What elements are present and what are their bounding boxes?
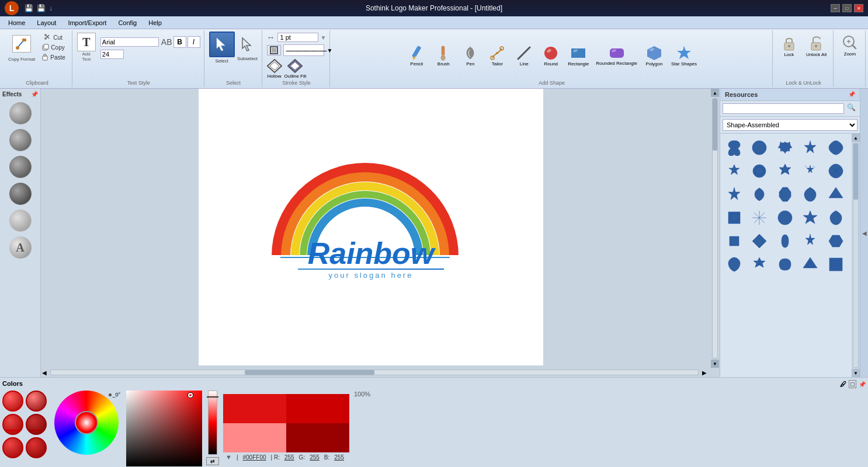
hollow-button[interactable]: Hollow [267, 58, 282, 79]
scroll-up-button[interactable]: ▲ [711, 89, 719, 97]
font-size-input[interactable] [100, 50, 124, 59]
canvas-area[interactable]: Rainbow your slogan here [41, 89, 708, 365]
res-scroll-track[interactable] [853, 143, 859, 368]
shape-item-7[interactable] [775, 161, 796, 182]
close-button[interactable]: ✕ [854, 4, 863, 12]
scrollbar-thumb-v[interactable] [713, 99, 717, 151]
b-value[interactable]: 255 [334, 454, 344, 461]
shape-item-15[interactable] [724, 207, 745, 228]
rectangle-button[interactable]: Rectangle [566, 43, 591, 68]
add-text-button[interactable]: T [77, 33, 96, 51]
res-scroll-up[interactable]: ▲ [852, 134, 860, 142]
shape-item-3[interactable] [800, 137, 821, 158]
shape-item-13[interactable] [800, 184, 821, 205]
scrollbar-track-h[interactable] [50, 370, 699, 375]
swatch-red-4[interactable] [286, 423, 349, 452]
tailor-button[interactable]: Tailor [485, 43, 509, 68]
swatch-red-1[interactable] [223, 394, 286, 423]
shape-item-25[interactable] [724, 254, 745, 275]
subselect-button[interactable] [237, 34, 258, 55]
scroll-right-button[interactable]: ▶ [701, 370, 708, 376]
copy-button[interactable]: Copy [39, 43, 68, 52]
preset-red-1[interactable] [2, 391, 23, 412]
res-scroll-thumb[interactable] [853, 144, 858, 200]
line-style-dropdown[interactable]: ————— ▼ [283, 44, 324, 56]
preset-red-6[interactable] [26, 437, 47, 458]
round-button[interactable]: Round [539, 43, 563, 68]
shape-item-19[interactable] [825, 207, 846, 228]
shape-item-24[interactable] [825, 231, 846, 252]
shape-item-23[interactable] [800, 231, 821, 252]
effect-1[interactable] [9, 102, 32, 124]
paste-button[interactable]: Paste [39, 53, 68, 62]
scroll-down-button[interactable]: ▼ [711, 360, 719, 368]
color-square[interactable] [126, 391, 202, 466]
menu-home[interactable]: Home [2, 18, 31, 27]
swatch-red-2[interactable] [286, 394, 349, 423]
shape-item-22[interactable] [775, 231, 796, 252]
brush-button[interactable]: Brush [432, 43, 455, 68]
cut-button[interactable]: Cut [39, 33, 68, 42]
maximize-button[interactable]: □ [842, 4, 852, 12]
menu-import-export[interactable]: Import/Export [62, 18, 112, 27]
effect-text-a[interactable]: A [9, 236, 32, 259]
resources-collapse-button[interactable]: ◀ [860, 89, 868, 377]
italic-button[interactable]: I [188, 36, 200, 48]
opacity-button[interactable]: ⇄ [206, 457, 219, 465]
copy-format-button[interactable] [12, 35, 31, 53]
shape-item-2[interactable] [775, 137, 796, 158]
preset-red-4[interactable] [26, 414, 47, 435]
preset-red-3[interactable] [2, 414, 23, 435]
shape-item-10[interactable] [724, 184, 745, 205]
shape-item-14[interactable] [825, 184, 846, 205]
effect-3[interactable] [9, 156, 32, 178]
shape-item-0[interactable] [724, 137, 745, 158]
unlock-all-button[interactable]: Unlock All [803, 32, 829, 60]
shape-item-29[interactable] [825, 254, 846, 275]
r-value[interactable]: 255 [284, 454, 294, 461]
save-icon[interactable]: 💾 [23, 3, 34, 13]
shape-category-dropdown[interactable]: Shape-Assembled Shape-Basic Shape-Nature… [723, 119, 857, 131]
shape-item-11[interactable] [749, 184, 770, 205]
shape-item-21[interactable] [749, 231, 770, 252]
shape-item-4[interactable] [825, 137, 846, 158]
outline-fill-button[interactable]: Outline Fill [284, 58, 307, 79]
color-wheel[interactable] [54, 391, 119, 455]
color-swatch-dropdown-button[interactable]: ▼ [225, 454, 232, 461]
scrollbar-thumb-h[interactable] [245, 370, 374, 375]
stroke-align-button[interactable] [267, 45, 281, 55]
preset-red-5[interactable] [2, 437, 23, 458]
zoom-button[interactable]: Zoom [838, 32, 862, 59]
shape-item-1[interactable] [749, 137, 770, 158]
hex-value[interactable]: #00FF00 [243, 454, 266, 461]
res-scroll-down[interactable]: ▼ [852, 369, 860, 377]
shape-item-17[interactable] [775, 207, 796, 228]
polygon-button[interactable]: Polygon [643, 43, 666, 68]
menu-config[interactable]: Config [112, 18, 143, 27]
shape-item-6[interactable] [749, 161, 770, 182]
color-picker-icon[interactable]: 🖊 [840, 381, 846, 388]
color-slider[interactable] [208, 391, 217, 455]
scroll-left-button[interactable]: ◀ [41, 370, 48, 376]
preset-red-2[interactable] [26, 391, 47, 412]
search-icon[interactable]: 🔍 [845, 103, 857, 114]
effect-4[interactable] [9, 183, 32, 205]
colors-pin-icon[interactable]: 📌 [859, 381, 866, 388]
color-expand-button[interactable]: □ [849, 380, 856, 388]
shape-item-27[interactable] [775, 254, 796, 275]
menu-help[interactable]: Help [143, 18, 168, 27]
pencil-button[interactable]: Pencil [405, 43, 428, 68]
scrollbar-track-v[interactable] [712, 98, 718, 358]
rounded-rectangle-button[interactable]: Rounded Rectangle [594, 43, 639, 68]
line-button[interactable]: Line [512, 43, 536, 68]
vertical-scrollbar[interactable]: ▲ ▼ [710, 89, 720, 368]
save2-icon[interactable]: 💾 [36, 3, 47, 13]
bold-button[interactable]: B [173, 36, 186, 48]
resources-pin-icon[interactable]: 📌 [848, 91, 855, 98]
shape-item-9[interactable] [825, 161, 846, 182]
shape-item-26[interactable] [749, 254, 770, 275]
horizontal-scrollbar[interactable]: ◀ ▶ [41, 368, 708, 377]
font-family-input[interactable] [100, 37, 159, 47]
select-button[interactable] [209, 32, 235, 57]
pen-button[interactable]: Pen [459, 43, 482, 68]
